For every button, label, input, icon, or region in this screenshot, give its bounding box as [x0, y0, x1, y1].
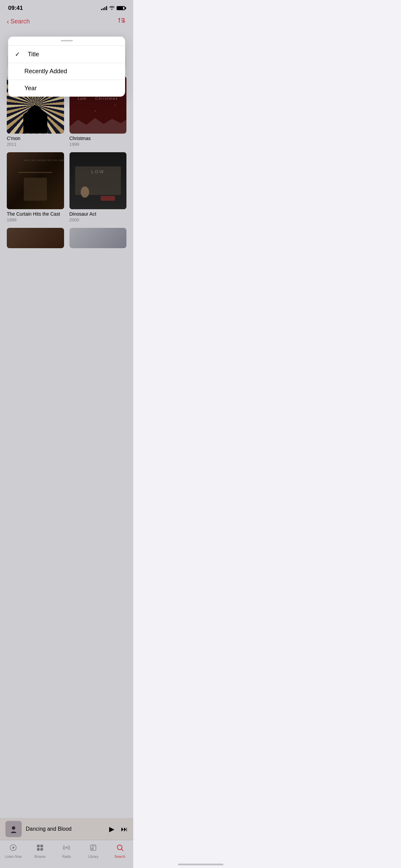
- sort-title-label: Title: [28, 51, 39, 58]
- sort-year-label: Year: [24, 85, 37, 92]
- sort-option-recently-added[interactable]: Recently Added: [8, 63, 125, 80]
- sort-recently-added-label: Recently Added: [24, 68, 67, 75]
- dropdown-handle: [61, 40, 73, 41]
- checkmark-icon: ✓: [15, 51, 24, 58]
- sort-dropdown: ✓ Title Recently Added Year: [8, 37, 125, 97]
- sort-option-year[interactable]: Year: [8, 80, 125, 97]
- sort-option-title[interactable]: ✓ Title: [8, 45, 125, 63]
